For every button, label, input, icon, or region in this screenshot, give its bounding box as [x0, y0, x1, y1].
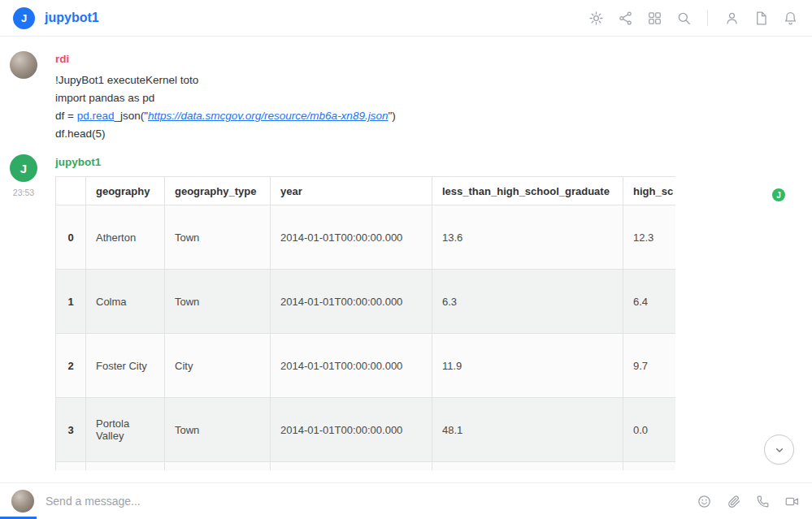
code-text: "): [388, 110, 395, 122]
column-header: geography_type: [165, 177, 271, 205]
message-user: rdi !JupyBot1 executeKernel toto import …: [0, 37, 812, 143]
apps-grid-icon[interactable]: [645, 9, 663, 27]
channel-avatar[interactable]: J: [13, 7, 35, 29]
channel-title[interactable]: jupybot1: [45, 11, 99, 25]
code-url-link[interactable]: https://data.smcgov.org/resource/mb6a-xn…: [148, 110, 388, 122]
table-cell: 2014-01-01T00:00:00.000: [271, 205, 432, 270]
dataframe-table-container[interactable]: geography geography_type year less_than_…: [55, 176, 675, 470]
table-header-row: geography geography_type year less_than_…: [56, 177, 676, 205]
table-cell: 0.0: [623, 398, 676, 462]
channel-header: J jupybot1: [0, 0, 812, 37]
message-text: df.head(5): [55, 125, 812, 143]
table-row: 3 Portola Valley Town 2014-01-01T00:00:0…: [56, 398, 676, 462]
table-cell: 12.3: [623, 205, 676, 270]
message-composer: [0, 482, 812, 519]
column-header: less_than_high_school_graduate: [432, 177, 623, 205]
search-icon[interactable]: [675, 9, 693, 27]
table-cell: 2014-01-01T00:00:00.000: [271, 334, 432, 398]
column-header: geography: [86, 177, 165, 205]
table-cell: 11.9: [432, 334, 623, 398]
column-header: year: [271, 177, 432, 205]
channel-avatar-letter: J: [21, 12, 27, 24]
code-text: df =: [55, 110, 77, 122]
table-row: 1 Colma Town 2014-01-01T00:00:00.000 6.3…: [56, 270, 676, 334]
table-cell: 2014-01-01T00:00:00.000: [271, 398, 432, 462]
table-cell: Atherton: [86, 205, 165, 270]
emoji-icon[interactable]: [695, 492, 713, 510]
table-cell: 6.3: [432, 270, 623, 334]
header-actions: [587, 9, 799, 27]
message-bot: J 23:53 jupybot1 geograp: [0, 143, 812, 470]
header-divider: [707, 10, 708, 26]
table-cell: City: [165, 334, 271, 398]
table-cell: 1: [56, 270, 86, 334]
message-author[interactable]: rdi: [55, 53, 812, 65]
scroll-to-bottom-button[interactable]: [764, 435, 794, 465]
table-cell: 13.6: [432, 205, 623, 270]
table-cell: 3: [56, 398, 86, 462]
share-icon[interactable]: [616, 9, 634, 27]
table-cell: 0: [56, 205, 86, 270]
dataframe-table: geography geography_type year less_than_…: [55, 176, 675, 470]
members-icon[interactable]: [723, 9, 740, 27]
code-link[interactable]: pd.read: [77, 110, 115, 122]
bot-avatar-letter: J: [20, 162, 27, 175]
message-list[interactable]: rdi !JupyBot1 executeKernel toto import …: [0, 37, 812, 482]
message-input[interactable]: [46, 495, 695, 508]
message-text-code: df = pd.read_json("https://data.smcgov.o…: [55, 107, 812, 125]
table-cell: 48.1: [432, 398, 623, 462]
table-row: 2 Foster City City 2014-01-01T00:00:00.0…: [56, 334, 676, 398]
message-author[interactable]: jupybot1: [55, 156, 812, 168]
table-row: 0 Atherton Town 2014-01-01T00:00:00.000 …: [56, 205, 676, 270]
chevron-down-icon: [771, 442, 788, 458]
composer-avatar: [11, 490, 34, 513]
message-text: import pandas as pd: [55, 89, 812, 107]
table-cell: 9.7: [623, 334, 676, 398]
phone-icon[interactable]: [753, 492, 771, 510]
table-cell: Town: [165, 270, 271, 334]
table-cell: Portola Valley: [86, 398, 165, 462]
composer-actions: [695, 492, 801, 510]
code-text: _json(": [114, 110, 148, 122]
table-cell: Town: [165, 205, 271, 270]
table-cell: Colma: [86, 270, 165, 334]
files-icon[interactable]: [752, 9, 770, 27]
message-text: !JupyBot1 executeKernel toto: [55, 71, 812, 89]
bell-icon[interactable]: [781, 9, 799, 27]
table-row-partial: [56, 462, 676, 471]
attachment-icon[interactable]: [724, 492, 742, 510]
column-header: high_sc: [623, 177, 676, 205]
message-timestamp: 23:53: [13, 188, 34, 197]
user-avatar[interactable]: [10, 51, 37, 79]
bot-avatar[interactable]: J: [10, 154, 37, 182]
table-cell: 2014-01-01T00:00:00.000: [271, 270, 432, 334]
column-header: [56, 177, 86, 205]
unread-jump-badge[interactable]: J: [772, 188, 785, 201]
table-cell: Town: [165, 398, 271, 462]
video-call-icon[interactable]: [783, 492, 801, 510]
gear-icon[interactable]: [587, 9, 605, 27]
table-cell: 6.4: [623, 270, 676, 334]
table-cell: Foster City: [86, 334, 165, 398]
table-cell: 2: [56, 334, 86, 398]
chat-app: J jupybot1: [0, 0, 812, 519]
